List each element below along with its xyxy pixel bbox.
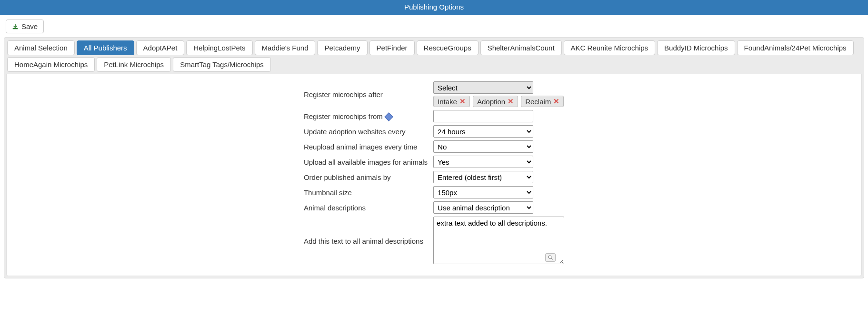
tab-homeagain-microchips[interactable]: HomeAgain Microchips — [7, 57, 95, 72]
label-upload-all: Upload all available images for animals — [302, 154, 431, 169]
label-thumb-size: Thumbnail size — [302, 185, 431, 200]
label-update-every: Update adoption websites every — [302, 124, 431, 139]
tab-helpinglostpets[interactable]: HelpingLostPets — [186, 40, 252, 55]
tab-smarttag-tags-microchips[interactable]: SmartTag Tags/Microchips — [173, 57, 271, 72]
tab-animal-selection[interactable]: Animal Selection — [7, 40, 75, 55]
tag-intake: Intake ✕ — [433, 96, 470, 107]
tag-label: Adoption — [477, 98, 505, 106]
label-extra-text: Add this text to all animal descriptions — [302, 215, 431, 267]
tab-panel: Animal SelectionAll PublishersAdoptAPetH… — [4, 37, 864, 278]
tab-akc-reunite-microchips[interactable]: AKC Reunite Microchips — [564, 40, 656, 55]
svg-point-1 — [549, 256, 551, 258]
tab-shelteranimalscount[interactable]: ShelterAnimalsCount — [480, 40, 562, 55]
tab-all-publishers[interactable]: All Publishers — [77, 40, 134, 55]
tab-foundanimals-24pet-microchips[interactable]: FoundAnimals/24Pet Microchips — [737, 40, 854, 55]
label-descriptions: Animal descriptions — [302, 200, 431, 215]
tab-petfinder[interactable]: PetFinder — [369, 40, 415, 55]
tag-label: Reclaim — [525, 98, 551, 106]
extra-text-textarea[interactable] — [433, 217, 564, 264]
save-button[interactable]: Save — [6, 20, 44, 33]
remove-tag-icon[interactable]: ✕ — [508, 97, 514, 106]
label-reupload: Reupload animal images every time — [302, 139, 431, 154]
remove-tag-icon[interactable]: ✕ — [459, 97, 466, 106]
label-register-after: Register microchips after — [302, 80, 431, 109]
register-after-select[interactable]: Select — [433, 81, 533, 94]
reupload-select[interactable]: No — [433, 140, 533, 153]
label-order-by: Order published animals by — [302, 169, 431, 185]
tab-content-all-publishers: Register microchips after Select Intake … — [6, 74, 862, 276]
save-button-label: Save — [21, 22, 38, 30]
tab-adoptapet[interactable]: AdoptAPet — [136, 40, 185, 55]
settings-form: Register microchips after Select Intake … — [302, 80, 566, 267]
expand-textarea-icon[interactable] — [545, 253, 556, 262]
tag-reclaim: Reclaim ✕ — [521, 96, 564, 107]
tag-label: Intake — [438, 98, 457, 106]
tab-petcademy[interactable]: Petcademy — [317, 40, 367, 55]
svg-rect-0 — [13, 28, 18, 29]
tab-strip: Animal SelectionAll PublishersAdoptAPetH… — [4, 38, 864, 72]
tag-adoption: Adoption ✕ — [473, 96, 518, 107]
tab-maddie-s-fund[interactable]: Maddie's Fund — [255, 40, 316, 55]
register-from-input[interactable] — [433, 110, 533, 122]
upload-all-select[interactable]: Yes — [433, 156, 533, 168]
toolbar: Save — [0, 15, 868, 37]
tab-petlink-microchips[interactable]: PetLink Microchips — [97, 57, 171, 72]
label-register-from: Register microchips from — [304, 112, 383, 120]
save-icon — [12, 23, 19, 30]
order-by-select[interactable]: Entered (oldest first) — [433, 171, 533, 183]
page-title: Publishing Options — [0, 0, 868, 15]
tab-rescuegroups[interactable]: RescueGroups — [417, 40, 479, 55]
thumb-size-select[interactable]: 150px — [433, 186, 533, 198]
svg-line-2 — [551, 258, 553, 260]
tab-buddyid-microchips[interactable]: BuddyID Microchips — [657, 40, 735, 55]
remove-tag-icon[interactable]: ✕ — [553, 97, 559, 106]
register-after-tags: Intake ✕ Adoption ✕ Reclaim ✕ — [433, 96, 564, 107]
update-every-select[interactable]: 24 hours — [433, 125, 533, 138]
help-icon[interactable] — [384, 112, 393, 121]
descriptions-select[interactable]: Use animal description — [433, 201, 533, 214]
